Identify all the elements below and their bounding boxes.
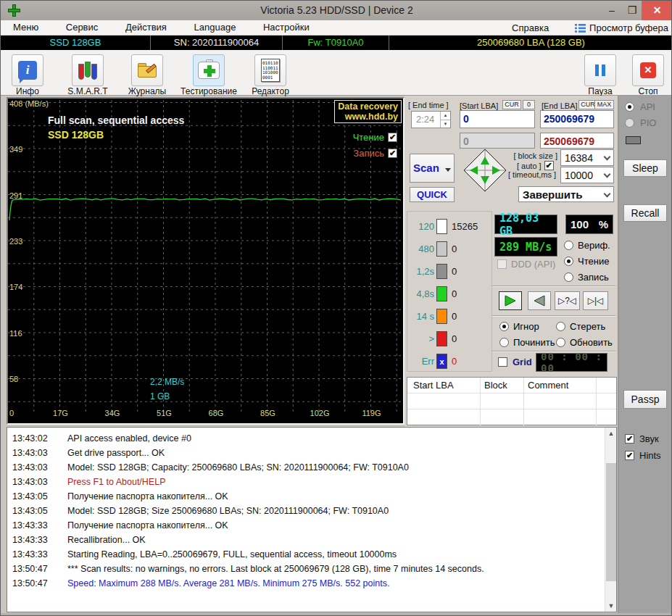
passp-button[interactable]: Passp [623, 390, 667, 409]
menu-help[interactable]: Справка [505, 22, 571, 33]
hints-checkbox[interactable]: ✔ [625, 451, 634, 460]
menu-actions[interactable]: Действия [113, 20, 179, 36]
log-text: API access enabled, device #0 [67, 433, 191, 444]
pio-radio[interactable] [625, 118, 634, 128]
action-ignore[interactable]: Игнор [499, 321, 539, 332]
end-max-button[interactable]: MAX [594, 100, 614, 109]
end-time-spinner[interactable]: 2:24 ▲ ▼ [411, 111, 451, 128]
grid-label: Grid [513, 357, 532, 367]
action-repair[interactable]: Починить [499, 337, 555, 348]
watermark-line2: www.hdd.by [338, 112, 398, 122]
mode-read[interactable]: Чтение [564, 256, 609, 267]
chevron-down-icon [604, 190, 611, 197]
ddd-checkbox[interactable] [497, 259, 507, 269]
stat-row: 4800 [410, 241, 457, 257]
start-zero-button[interactable]: 0 [523, 100, 535, 109]
quick-button[interactable]: QUICK [410, 187, 455, 202]
x-tick-label: 102G [310, 409, 330, 417]
x-tick-label: 68G [209, 409, 224, 417]
step-button[interactable]: ▷|◁ [583, 291, 608, 310]
side-panel: API PIO Sleep Recall Passp ✔ Звук ✔ Hint… [618, 96, 672, 613]
log-text: Recallibration... OK [67, 535, 146, 545]
col-start-lba[interactable]: Start LBA [413, 380, 454, 391]
timeout-select[interactable]: 10000 [560, 167, 614, 183]
scan-button[interactable]: Scan [410, 154, 455, 183]
log-panel: 13:43:02API access enabled, device #013:… [7, 427, 617, 612]
spin-down-icon[interactable]: ▼ [440, 120, 450, 128]
scrollbar-thumb[interactable] [606, 463, 616, 581]
col-comment[interactable]: Comment [528, 380, 568, 391]
menu-service[interactable]: Сервис [54, 20, 111, 36]
timeout-label: [ timeout,ms ] [508, 170, 556, 179]
log-time: 13:43:05 [12, 489, 57, 504]
sound-checkbox[interactable]: ✔ [625, 434, 634, 444]
seek-error-button[interactable]: ▷?◁ [555, 291, 580, 310]
editor-button[interactable]: 010110 110011 101000 0001 [254, 54, 286, 86]
action-refresh[interactable]: Обновить [556, 337, 613, 348]
app-window: Victoria 5.23 HDD/SSD | Device 2 – ❒ ✕ М… [0, 0, 672, 616]
folder-pencil-icon [136, 62, 158, 79]
mode-write[interactable]: Запись [564, 272, 609, 283]
y-tick-label: 116 [9, 329, 22, 338]
api-radio[interactable] [625, 102, 634, 112]
minimize-button[interactable]: – [601, 1, 623, 20]
recall-button[interactable]: Recall [623, 204, 667, 222]
log-line: 13:43:03Press F1 to About/HELP [7, 475, 616, 489]
end-lba-input2[interactable]: 250069679 [540, 133, 614, 149]
col-block[interactable]: Block [484, 380, 507, 391]
log-text: Получение паспорта накопителя... OK [67, 520, 228, 530]
read-checkbox[interactable]: ✔ [388, 133, 397, 142]
log-time: 13:43:03 [12, 446, 57, 460]
write-checkbox[interactable]: ✔ [388, 149, 397, 158]
refresh-radio[interactable] [556, 338, 565, 347]
testing-button[interactable] [193, 54, 225, 86]
back-button[interactable] [528, 291, 551, 310]
finish-action-select[interactable]: Завершить [518, 186, 614, 202]
stat-label: 480 [410, 244, 434, 254]
scroll-down-icon[interactable]: ▼ [605, 600, 617, 612]
x-tick-label: 0 [9, 409, 14, 417]
smart-button[interactable] [72, 54, 104, 86]
ignore-radio[interactable] [499, 322, 509, 331]
block-size-select[interactable]: 16384 [560, 149, 614, 166]
menu-buffer-view[interactable]: Просмотр буфера [575, 22, 668, 33]
menu-language[interactable]: Language [182, 20, 249, 36]
stat-label: Err [410, 356, 434, 367]
stop-button[interactable]: ✕ [632, 54, 664, 86]
repair-radio[interactable] [499, 338, 509, 347]
device-model: SSD 128GB [1, 36, 151, 50]
menu-settings[interactable]: Настройки [251, 20, 322, 36]
log-scrollbar[interactable]: ▲ ▼ [605, 428, 616, 612]
play-button[interactable] [499, 291, 522, 310]
read-radio[interactable] [564, 257, 573, 266]
mode-verify[interactable]: Вериф. [564, 240, 610, 251]
maximize-button[interactable]: ❒ [621, 1, 643, 20]
action-erase[interactable]: Стереть [556, 321, 605, 332]
log-time: 13:43:05 [12, 504, 57, 518]
api-option[interactable]: API [625, 101, 655, 112]
stat-color-block [436, 241, 447, 257]
start-lba-input2[interactable]: 0 [460, 133, 535, 149]
scroll-up-icon[interactable]: ▲ [605, 428, 617, 439]
log-line: 13:50:47Speed: Maximum 288 MB/s. Average… [7, 576, 616, 591]
info-button[interactable]: i [12, 54, 43, 86]
verify-radio[interactable] [564, 241, 573, 250]
sound-option[interactable]: ✔ Звук [625, 433, 659, 444]
end-lba-input[interactable]: 250069679 [540, 110, 614, 128]
start-lba-input[interactable]: 0 [460, 110, 535, 128]
sleep-button[interactable]: Sleep [623, 159, 667, 177]
auto-checkbox[interactable]: ✔ [544, 161, 554, 170]
journals-button[interactable] [131, 54, 163, 86]
menu-menu[interactable]: Меню [1, 20, 51, 36]
write-radio[interactable] [564, 272, 573, 282]
start-cur-button[interactable]: CUR [502, 100, 521, 109]
hints-option[interactable]: ✔ Hints [625, 450, 661, 461]
pause-button[interactable] [584, 54, 616, 86]
close-button[interactable]: ✕ [642, 1, 672, 20]
smart-label: S.M.A.R.T [55, 86, 120, 96]
erase-radio[interactable] [556, 322, 565, 331]
pio-option[interactable]: PIO [625, 117, 656, 128]
seek-diamond-control[interactable] [460, 148, 510, 197]
grid-checkbox[interactable] [498, 357, 507, 367]
spin-up-icon[interactable]: ▲ [440, 112, 450, 120]
